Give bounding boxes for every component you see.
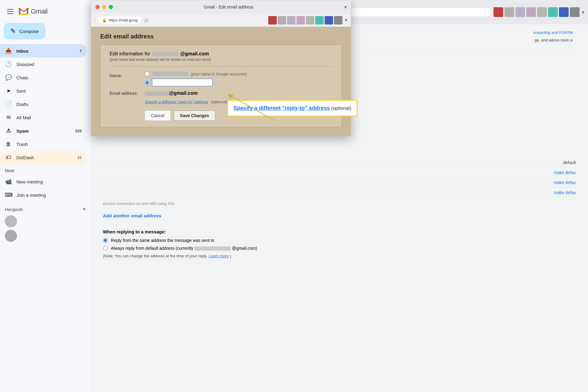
sidebar-item-snoozed[interactable]: 🕐 Snoozed — [0, 58, 87, 71]
color-tab-8[interactable] — [570, 7, 580, 17]
compose-button[interactable]: ✎ Compose — [4, 23, 45, 39]
default-badge-1: default — [563, 160, 576, 165]
learn-more-link[interactable]: Learn more — [209, 254, 229, 258]
hangouts-add-button[interactable]: + — [82, 206, 86, 213]
name-radio-2[interactable] — [145, 80, 150, 85]
hangouts-avatar-2 — [5, 230, 17, 242]
sidebar-item-join-meeting[interactable]: ⌨ Join a meeting — [0, 188, 91, 202]
join-meeting-label: Join a meeting — [16, 193, 46, 198]
inbox-badge: 7 — [80, 49, 82, 53]
name-inputs: (your name in Google accounts) — [145, 71, 247, 86]
make-default-link-3[interactable]: make defau — [554, 190, 576, 195]
sidebar-item-sent[interactable]: ➤ Sent — [0, 84, 87, 97]
meet-section-title: Meet — [0, 164, 91, 175]
name-radio-1[interactable] — [145, 71, 150, 76]
browser-tab-colors — [494, 7, 580, 17]
reply-note: (Note: You can change the address at the… — [103, 254, 576, 258]
when-replying-section: When replying to a message: Reply from t… — [103, 229, 576, 258]
hangouts-section: Hangouts + — [0, 202, 91, 246]
modal-address-inner: 🔒 https://mail.goog — [98, 17, 141, 24]
modal-color-tab-8[interactable] — [334, 16, 342, 25]
drafts-icon: 📄 — [5, 101, 12, 107]
dialog-info-row: Edit information for @gmail.com (your na… — [110, 51, 332, 67]
save-changes-button[interactable]: Save Changes — [174, 110, 216, 121]
email-label: Email address: — [110, 91, 140, 96]
make-default-link-1[interactable]: make defau — [554, 170, 576, 175]
spam-icon: ⚠ — [5, 127, 12, 134]
modal-chevron-right[interactable]: ▾ — [345, 17, 347, 23]
modal-maximize-button[interactable] — [109, 5, 113, 9]
new-meeting-label: New meeting — [16, 179, 43, 184]
color-tab-7[interactable] — [559, 7, 569, 17]
name-radio-row-1: (your name in Google accounts) — [145, 71, 247, 76]
cancel-button[interactable]: Cancel — [145, 110, 171, 121]
spam-badge: 220 — [75, 129, 82, 133]
sidebar-item-chats[interactable]: 💬 Chats — [0, 71, 87, 84]
blurred-email — [194, 246, 231, 251]
compose-label: Compose — [19, 29, 39, 34]
add-email-link[interactable]: Add another email address — [103, 208, 576, 223]
sidebar-item-dotdash[interactable]: 🏷 DotDash 31 — [0, 151, 87, 164]
color-tab-5[interactable] — [537, 7, 547, 17]
reply-option-1-radio[interactable] — [103, 238, 108, 243]
modal-address-bar: | 🔒 https://mail.goog ▷ ▾ — [91, 14, 351, 27]
color-tab-2[interactable] — [504, 7, 514, 17]
modal-color-tab-3[interactable] — [287, 16, 296, 25]
modal-minimize-button[interactable] — [102, 5, 106, 9]
modal-title: Gmail - Edit email address — [113, 5, 344, 9]
make-default-link-2[interactable]: make defau — [554, 180, 576, 185]
name-radio-row-2 — [145, 79, 247, 86]
reply-option-2-row: Always reply from default address (curre… — [103, 246, 576, 251]
settings-row-1: default — [103, 158, 576, 168]
sidebar-item-new-meeting[interactable]: 📹 New meeting — [0, 175, 91, 188]
modal-close-button[interactable] — [95, 5, 100, 9]
trash-icon: 🗑 — [5, 141, 12, 147]
callout-optional-text: (optional) — [331, 106, 352, 111]
modal-titlebar: Gmail - Edit email address ▾ — [91, 0, 351, 14]
modal-color-tab-2[interactable] — [278, 16, 286, 25]
dotdash-icon: 🏷 — [5, 154, 12, 161]
modal-window-controls — [95, 5, 113, 9]
reply-option-1-label: Reply from the same address the message … — [111, 238, 214, 243]
when-replying-title: When replying to a message: — [103, 229, 576, 234]
color-tab-6[interactable] — [548, 7, 558, 17]
sidebar-item-all-mail[interactable]: ✉ All Mail — [0, 111, 87, 124]
modal-color-tab-6[interactable] — [315, 16, 324, 25]
modal-address-text: https://mail.goog — [109, 18, 137, 22]
sidebar-header: Gmail — [0, 3, 91, 20]
modal-color-tab-1[interactable] — [268, 16, 277, 25]
sent-label: Sent — [16, 88, 26, 94]
inbox-label: Inbox — [16, 48, 28, 54]
reply-option-2-radio[interactable] — [103, 246, 108, 251]
sidebar-item-inbox[interactable]: 📥 Inbox 7 — [0, 44, 87, 58]
note-end: ) — [230, 254, 231, 258]
sidebar-item-drafts[interactable]: 📄 Drafts — [0, 97, 87, 111]
sidebar-item-trash[interactable]: 🗑 Trash — [0, 137, 87, 151]
color-tab-4[interactable] — [526, 7, 536, 17]
reply-option-2-label: Always reply from default address (curre… — [111, 246, 257, 251]
color-tab-3[interactable] — [515, 7, 525, 17]
modal-lock-icon: 🔒 — [102, 18, 107, 22]
color-tab-1[interactable] — [494, 7, 503, 17]
settings-row-4: make defau — [103, 188, 576, 198]
name-label: Name: — [110, 71, 140, 78]
name-text-input[interactable] — [152, 79, 213, 86]
modal-color-tab-7[interactable] — [325, 16, 333, 25]
modal-color-tab-5[interactable] — [306, 16, 314, 25]
drafts-label: Drafts — [16, 102, 28, 107]
note-text: (Note: You can change the address at the… — [103, 254, 207, 258]
browser-chevron-icon[interactable]: ▾ — [582, 9, 584, 15]
reply-to-link[interactable]: Specify a different "reply-to" address — [145, 100, 208, 104]
hamburger-icon[interactable] — [5, 6, 16, 17]
sidebar-item-spam[interactable]: ⚠ Spam 220 — [0, 124, 87, 137]
reply-option-2-suffix: @gmail.com) — [232, 246, 257, 251]
google-name-hint: (your name in Google accounts) — [191, 72, 247, 76]
forwarding-text: orwarding and POP/IM — [533, 30, 573, 35]
sent-icon: ➤ — [5, 87, 12, 94]
modal-color-tab-4[interactable] — [296, 16, 305, 25]
settings-row-2: make defau — [103, 168, 576, 178]
all-mail-icon: ✉ — [5, 114, 12, 121]
trash-label: Trash — [16, 142, 28, 147]
email-domain: @gmail.com — [169, 91, 198, 96]
modal-chevron-icon[interactable]: ▾ — [344, 4, 347, 10]
